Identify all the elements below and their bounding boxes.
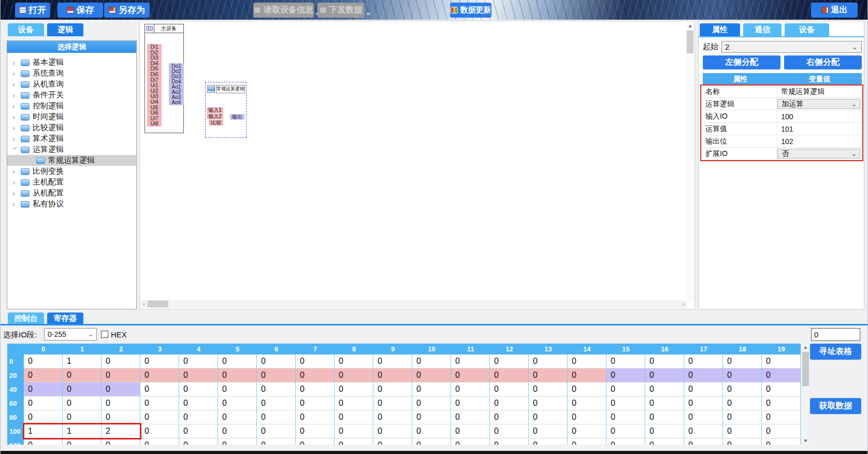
grid-cell[interactable]: 0 [606, 382, 645, 396]
get-data-button[interactable]: 获取数据 [810, 398, 861, 414]
grid-cell[interactable]: 0 [568, 438, 606, 445]
start-select[interactable]: 2 ⌄ [721, 41, 862, 53]
tree-item[interactable]: ›主机配置 [7, 177, 136, 188]
grid-cell[interactable]: 0 [140, 368, 179, 382]
logic-canvas[interactable]: 主设备 Di1Di2Di3Di4Di5Di6Di7Ui1Ui2Ui3Ui4Ui5… [139, 21, 695, 309]
chevron-right-icon[interactable]: › [12, 114, 20, 121]
grid-cell[interactable]: 0 [257, 396, 296, 410]
tree-item[interactable]: ›运算逻辑 [7, 144, 136, 155]
grid-cell[interactable]: 0 [568, 382, 606, 396]
grid-cell[interactable]: 1 [63, 354, 102, 368]
port-input[interactable]: Di2 [147, 50, 162, 55]
grid-cell[interactable]: 0 [373, 382, 412, 396]
grid-cell[interactable]: 0 [529, 382, 568, 396]
grid-cell[interactable]: 0 [412, 368, 451, 382]
grid-cell[interactable]: 0 [490, 424, 529, 438]
port-input[interactable]: Ui4 [147, 99, 162, 105]
scroll-down-icon[interactable]: ▼ [802, 437, 809, 445]
tab-device[interactable]: 设备 [8, 23, 44, 36]
grid-cell[interactable]: 0 [102, 368, 140, 382]
chevron-right-icon[interactable]: › [12, 135, 20, 143]
grid-cell[interactable]: 0 [140, 396, 179, 410]
grid-cell[interactable]: 0 [63, 368, 102, 382]
port-input[interactable]: Ui2 [147, 88, 162, 94]
grid-cell[interactable]: 0 [412, 438, 451, 445]
grid-cell[interactable]: 0 [335, 410, 373, 424]
grid-cell[interactable]: 0 [373, 438, 412, 445]
grid-cell[interactable]: 0 [606, 354, 645, 368]
grid-cell[interactable]: 0 [102, 438, 140, 445]
grid-cell[interactable]: 0 [257, 368, 296, 382]
grid-cell[interactable]: 2 [102, 424, 140, 438]
grid-cell[interactable]: 0 [645, 424, 684, 438]
grid-cell[interactable]: 0 [723, 368, 762, 382]
exit-button[interactable]: 退出 [811, 3, 858, 18]
grid-cell[interactable]: 0 [451, 396, 490, 410]
grid-cell[interactable]: 0 [140, 382, 179, 396]
port-output[interactable]: Ao4 [169, 100, 184, 105]
grid-cell[interactable]: 0 [102, 396, 140, 410]
grid-cell[interactable]: 0 [257, 438, 296, 445]
grid-cell[interactable]: 0 [568, 396, 606, 410]
grid-cell[interactable]: 0 [335, 382, 373, 396]
canvas-horizontal-scrollbar[interactable]: ‹ › [140, 300, 687, 308]
grid-cell[interactable]: 0 [24, 396, 63, 410]
grid-cell[interactable]: 0 [723, 396, 762, 410]
grid-cell[interactable]: 0 [568, 368, 606, 382]
grid-cell[interactable]: 0 [257, 410, 296, 424]
grid-cell[interactable]: 0 [179, 354, 218, 368]
scroll-right-icon[interactable]: › [680, 300, 687, 308]
grid-cell[interactable]: 0 [63, 410, 102, 424]
grid-cell[interactable]: 0 [140, 354, 179, 368]
grid-cell[interactable]: 0 [529, 410, 568, 424]
chevron-right-icon[interactable]: › [12, 124, 20, 132]
grid-cell[interactable]: 0 [218, 438, 257, 445]
port-input[interactable]: Ui6 [147, 110, 162, 116]
save-button[interactable]: 保存 [57, 3, 103, 18]
grid-cell[interactable]: 0 [451, 438, 490, 445]
property-value-select[interactable]: 否⌄ [777, 149, 860, 159]
grid-cell[interactable]: 0 [296, 424, 335, 438]
grid-cell[interactable]: 0 [63, 396, 102, 410]
grid-cell[interactable]: 0 [296, 410, 335, 424]
tree-item[interactable]: ›比例变换 [7, 166, 136, 177]
grid-cell[interactable]: 0 [179, 438, 218, 445]
grid-cell[interactable]: 0 [179, 410, 218, 424]
grid-cell[interactable]: 0 [762, 410, 801, 424]
logic-block[interactable]: 常规运算逻辑 输入1输入2比较输出 [205, 82, 247, 138]
grid-cell[interactable]: 0 [335, 396, 373, 410]
grid-cell[interactable]: 0 [645, 368, 684, 382]
grid-cell[interactable]: 1 [24, 424, 63, 438]
grid-cell[interactable]: 0 [218, 396, 257, 410]
port-input[interactable]: Di1 [147, 44, 162, 50]
grid-cell[interactable]: 0 [140, 410, 179, 424]
grid-cell[interactable]: 0 [140, 438, 179, 445]
scroll-left-icon[interactable]: ‹ [140, 300, 148, 308]
grid-cell[interactable]: 1 [63, 424, 102, 438]
grid-cell[interactable]: 0 [568, 424, 606, 438]
grid-cell[interactable]: 0 [373, 354, 412, 368]
grid-cell[interactable]: 0 [645, 354, 684, 368]
grid-cell[interactable]: 0 [723, 354, 762, 368]
grid-cell[interactable]: 0 [606, 424, 645, 438]
tree-item[interactable]: 常规运算逻辑 [7, 155, 136, 166]
grid-cell[interactable]: 0 [179, 396, 218, 410]
grid-cell[interactable]: 0 [140, 424, 179, 438]
grid-cell[interactable]: 0 [723, 382, 762, 396]
grid-cell[interactable]: 0 [451, 382, 490, 396]
grid-cell[interactable]: 0 [257, 354, 296, 368]
grid-cell[interactable]: 0 [296, 382, 335, 396]
grid-cell[interactable]: 0 [373, 424, 412, 438]
assign-right-button[interactable]: 右侧分配 [784, 55, 862, 69]
port-input[interactable]: Ui1 [147, 82, 162, 88]
grid-cell[interactable]: 0 [24, 382, 63, 396]
grid-cell[interactable]: 0 [179, 424, 218, 438]
tree-item[interactable]: ›条件开关 [7, 90, 136, 101]
grid-cell[interactable]: 0 [606, 410, 645, 424]
grid-cell[interactable]: 0 [645, 382, 684, 396]
tree-item[interactable]: ›算术逻辑 [7, 133, 136, 144]
tab-communication[interactable]: 通信 [743, 23, 782, 36]
chevron-right-icon[interactable]: › [12, 179, 20, 186]
grid-cell[interactable]: 0 [529, 354, 568, 368]
tab-logic[interactable]: 逻辑 [47, 23, 83, 36]
